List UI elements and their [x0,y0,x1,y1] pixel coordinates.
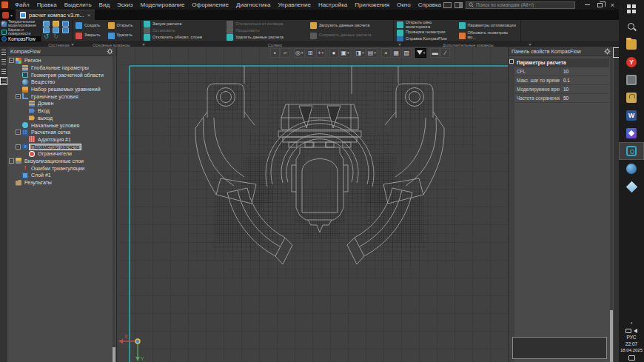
tree-item-14[interactable]: −Визуализационные слои [7,158,112,165]
tree-item-3[interactable]: Вещество [7,78,112,86]
taskbar-viewer-button[interactable] [619,178,644,195]
tree-item-5[interactable]: −Граничные условия [7,93,112,100]
tree-item-11[interactable]: Адаптация #1 [7,136,112,144]
new-document-icon[interactable] [43,21,50,27]
menu-item-0[interactable]: Файл [11,0,33,10]
tree-item-6[interactable]: Домен [7,100,112,107]
copy-view-icon[interactable]: ▦ [392,48,401,58]
property-row-3[interactable]: Частота сохранений50 [514,94,609,103]
new-from-template-icon[interactable] [43,27,50,33]
menu-item-2[interactable]: Выделить [61,0,95,10]
edit-sketch-icon[interactable]: ∕ [440,48,450,58]
taskbar-kompas-button[interactable] [619,142,644,160]
menu-item-12[interactable]: Справка [415,0,445,10]
menu-item-7[interactable]: Диагностика [232,0,274,10]
language-indicator[interactable]: РУС [619,335,644,340]
orientation-cube-icon[interactable]: ▣▾ [340,48,351,58]
command-run[interactable]: Запуск расчета [142,21,225,27]
redo-icon[interactable]: ↻ [53,34,59,40]
pan-tool-icon[interactable]: +▾ [316,48,326,58]
tree-item-16[interactable]: Слой #1 [7,172,112,179]
panel-tab-layers-icon[interactable] [1,68,7,75]
taskbar-yandex-button[interactable]: Y [619,53,644,71]
command-create[interactable]: Создать [74,21,107,31]
document-tab[interactable]: расчет компас v3.m... × [16,10,95,20]
shaded-view-icon[interactable]: ● [329,48,339,58]
menu-item-10[interactable]: Приложения [351,0,393,10]
taskbar-remote-button[interactable] [619,71,644,89]
quick-access-icon[interactable] [2,12,9,19]
property-value[interactable]: 10 [560,87,568,92]
tree-item-10[interactable]: −Расчетная сетка [7,129,112,136]
menu-item-6[interactable]: Оформление [188,0,232,10]
save-icon[interactable] [62,21,69,27]
filter-icon[interactable]: ▾ [415,48,427,58]
command-delete[interactable]: Удалить [107,31,139,41]
menu-item-3[interactable]: Вид [95,0,113,10]
snapshot-icon[interactable]: ▧ [402,48,412,58]
minimize-button[interactable] [581,0,594,10]
tree-item-7[interactable]: Вход [7,107,112,115]
command-layers-off[interactable]: Отключить обновл. слоев [142,34,225,41]
command-delete-data[interactable]: Удалить данные расчета [225,34,308,41]
tree-item-0[interactable]: −Регион [7,57,112,64]
command-load-data[interactable]: Загрузить данные расчета [309,21,392,31]
taskbar-photos-button[interactable] [619,124,644,142]
property-value[interactable]: 10 [560,69,568,74]
zoom-area-icon[interactable]: ⊞ [306,48,315,58]
menu-item-1[interactable]: Правка [33,0,61,10]
property-row-0[interactable]: CFL10 [514,67,609,76]
taskbar-user-button[interactable] [619,89,644,107]
properties-section-row[interactable]: Параметры расчета [514,58,609,67]
expander-icon[interactable]: − [9,158,14,164]
panel-dock-icon[interactable] [614,48,619,57]
screen-layout-icon[interactable] [443,2,452,8]
command-refresh-geometry[interactable]: Обновить геометрию мо... [457,31,520,41]
mode-button-2[interactable]: KompasFlow [0,36,41,41]
restore-button[interactable] [594,0,606,10]
selection-marker-icon[interactable]: ▪ [270,48,280,58]
tree-item-15[interactable]: !Ошибки триангуляции [7,164,112,172]
tree-item-12[interactable]: −Параметры расчета [7,143,112,150]
menu-item-8[interactable]: Управление [274,0,314,10]
property-value[interactable]: 0.1 [560,78,570,83]
command-search-input[interactable]: Поиск по командам (Alt+/) [466,1,575,9]
command-open[interactable]: Открыть [107,21,139,31]
tree-item-13[interactable]: Ограничители [7,150,112,158]
close-button[interactable]: × [606,0,619,10]
expander-icon[interactable]: − [9,58,14,63]
split-layout-icon[interactable] [455,2,463,8]
property-row-1[interactable]: Макс. шаг по време...0.1 [514,76,609,85]
tree-item-17[interactable]: Результаты [7,179,112,187]
tab-close-icon[interactable]: × [87,12,91,19]
expander-icon[interactable]: − [16,94,21,99]
menu-item-4[interactable]: Эскиз [113,0,136,10]
property-value[interactable]: 50 [560,95,568,101]
taskbar-sphere-button[interactable] [619,160,644,178]
clock-time[interactable]: 22:07 [619,341,644,347]
taskbar-start-button[interactable] [619,0,644,18]
quick-access-caret-icon[interactable]: ▾ [10,13,13,18]
notifications-icon[interactable] [628,355,635,361]
menu-item-5[interactable]: Моделирование [136,0,188,10]
tree-scrollbar[interactable] [113,47,115,362]
panel-tab-tree-icon[interactable] [1,49,7,56]
command-monitor[interactable]: Открыть окно мониторинга [395,21,457,30]
command-close-doc[interactable]: Закрыть [74,31,107,41]
taskbar-explorer-button[interactable] [619,36,644,53]
expander-icon[interactable]: − [16,144,21,150]
network-icon[interactable] [625,329,631,333]
hidden-icons-chevron[interactable]: ‹ [619,320,644,327]
undo-icon[interactable]: ↺ [43,34,50,40]
zoom-tool-icon[interactable]: ◎▾ [294,48,305,58]
gear-icon[interactable] [604,48,611,55]
taskbar-search-button[interactable] [619,18,644,36]
menu-item-11[interactable]: Окно [393,0,415,10]
section-collapse-icon[interactable] [509,59,514,64]
command-optimization[interactable]: Параметры оптимизации [457,21,520,31]
scene-layers-icon[interactable]: ▤▾ [366,48,378,58]
tree-item-4[interactable]: Набор решаемых уравнений [7,86,112,93]
menu-item-9[interactable]: Настройка [315,0,351,10]
expander-icon[interactable]: − [16,130,21,135]
viewport-canvas[interactable]: ▪⌐◎▾⊞+▾●▣▾◨▾▤▾×▦▧▾▬∕ [117,47,508,362]
